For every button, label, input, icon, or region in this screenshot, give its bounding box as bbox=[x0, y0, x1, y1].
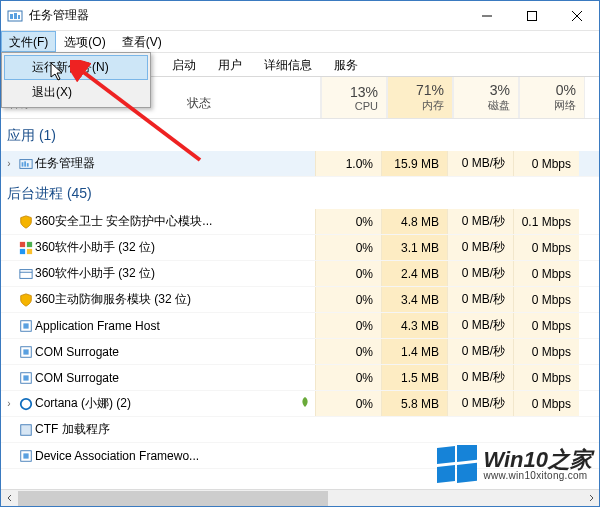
process-row[interactable]: 360主动防御服务模块 (32 位) 0% 3.4 MB 0 MB/秒 0 Mb… bbox=[1, 287, 599, 313]
shield-icon bbox=[17, 293, 35, 307]
window-title: 任务管理器 bbox=[29, 7, 464, 24]
scroll-track[interactable] bbox=[18, 490, 582, 507]
watermark-brand: Win10之家 bbox=[483, 449, 592, 471]
menu-item-run-new-task[interactable]: 运行新任务(N) bbox=[4, 55, 148, 80]
svg-rect-19 bbox=[23, 323, 28, 328]
tab-services[interactable]: 服务 bbox=[323, 53, 369, 77]
shield-icon bbox=[17, 215, 35, 229]
process-list[interactable]: 应用 (1) › 任务管理器 1.0% 15.9 MB 0 MB/秒 0 Mbp… bbox=[1, 119, 599, 489]
process-row[interactable]: › 任务管理器 1.0% 15.9 MB 0 MB/秒 0 Mbps bbox=[1, 151, 599, 177]
svg-rect-3 bbox=[18, 15, 20, 19]
header-status[interactable]: 状态 bbox=[181, 77, 321, 118]
process-row[interactable]: COM Surrogate 0% 1.5 MB 0 MB/秒 0 Mbps bbox=[1, 365, 599, 391]
svg-rect-5 bbox=[527, 11, 536, 20]
cell-cpu: 0% bbox=[315, 287, 381, 312]
cell-mem: 5.8 MB bbox=[381, 391, 447, 416]
disk-percent: 3% bbox=[456, 82, 510, 98]
svg-rect-27 bbox=[23, 453, 28, 458]
cell-cpu: 1.0% bbox=[315, 151, 381, 176]
menu-options[interactable]: 选项(O) bbox=[56, 31, 113, 52]
header-disk[interactable]: 3% 磁盘 bbox=[453, 77, 519, 118]
process-row[interactable]: 360安全卫士 安全防护中心模块... 0% 4.8 MB 0 MB/秒 0.1… bbox=[1, 209, 599, 235]
windows-logo-icon bbox=[437, 445, 477, 485]
header-network[interactable]: 0% 网络 bbox=[519, 77, 585, 118]
svg-rect-23 bbox=[23, 375, 28, 380]
header-memory[interactable]: 71% 内存 bbox=[387, 77, 453, 118]
tab-details[interactable]: 详细信息 bbox=[253, 53, 323, 77]
header-cpu[interactable]: 13% CPU bbox=[321, 77, 387, 118]
maximize-button[interactable] bbox=[509, 1, 554, 30]
cpu-label: CPU bbox=[324, 100, 378, 112]
close-button[interactable] bbox=[554, 1, 599, 30]
cell-mem: 3.1 MB bbox=[381, 235, 447, 260]
tab-users[interactable]: 用户 bbox=[207, 53, 253, 77]
generic-exe-icon bbox=[17, 423, 35, 437]
file-dropdown: 运行新任务(N) 退出(X) bbox=[1, 52, 151, 108]
process-row[interactable]: 360软件小助手 (32 位) 0% 3.1 MB 0 MB/秒 0 Mbps bbox=[1, 235, 599, 261]
watermark-url: www.win10xitong.com bbox=[483, 471, 592, 481]
cell-disk: 0 MB/秒 bbox=[447, 365, 513, 390]
svg-rect-12 bbox=[20, 241, 25, 246]
app-icon bbox=[7, 8, 23, 24]
process-name: 360主动防御服务模块 (32 位) bbox=[35, 291, 275, 308]
cell-mem: 15.9 MB bbox=[381, 151, 447, 176]
scroll-right-button[interactable] bbox=[582, 490, 599, 507]
cell-mem: 2.4 MB bbox=[381, 261, 447, 286]
horizontal-scrollbar[interactable] bbox=[1, 489, 599, 506]
svg-rect-25 bbox=[21, 424, 32, 435]
menu-view[interactable]: 查看(V) bbox=[114, 31, 170, 52]
task-manager-window: 任务管理器 文件(F) 选项(O) 查看(V) 运行新任务(N) 退出(X) 启… bbox=[0, 0, 600, 507]
process-row[interactable]: 360软件小助手 (32 位) 0% 2.4 MB 0 MB/秒 0 Mbps bbox=[1, 261, 599, 287]
expand-icon[interactable]: › bbox=[1, 398, 17, 409]
process-name: Device Association Framewo... bbox=[35, 449, 275, 463]
process-icon bbox=[17, 157, 35, 171]
tab-startup[interactable]: 启动 bbox=[161, 53, 207, 77]
scroll-thumb[interactable] bbox=[18, 491, 328, 506]
titlebar[interactable]: 任务管理器 bbox=[1, 1, 599, 31]
component-icon bbox=[17, 345, 35, 359]
cortana-icon bbox=[17, 397, 35, 411]
process-name: 360软件小助手 (32 位) bbox=[35, 265, 275, 282]
cell-cpu: 0% bbox=[315, 235, 381, 260]
process-name: COM Surrogate bbox=[35, 345, 275, 359]
group-background[interactable]: 后台进程 (45) bbox=[1, 177, 599, 209]
cell-mem: 3.4 MB bbox=[381, 287, 447, 312]
net-label: 网络 bbox=[522, 98, 576, 113]
window-icon bbox=[17, 267, 35, 281]
svg-rect-16 bbox=[20, 269, 32, 278]
group-apps[interactable]: 应用 (1) bbox=[1, 119, 599, 151]
process-name: 360软件小助手 (32 位) bbox=[35, 239, 275, 256]
expand-icon[interactable]: › bbox=[1, 158, 17, 169]
process-name: COM Surrogate bbox=[35, 371, 275, 385]
cpu-percent: 13% bbox=[324, 84, 378, 100]
process-row[interactable]: › Cortana (小娜) (2) 0% 5.8 MB 0 MB/秒 0 Mb… bbox=[1, 391, 599, 417]
svg-rect-30 bbox=[457, 445, 477, 462]
scroll-left-button[interactable] bbox=[1, 490, 18, 507]
menu-file[interactable]: 文件(F) bbox=[1, 31, 56, 52]
process-row[interactable]: CTF 加载程序 bbox=[1, 417, 599, 443]
svg-rect-31 bbox=[437, 465, 455, 483]
component-icon bbox=[17, 371, 35, 385]
process-row[interactable]: Application Frame Host 0% 4.3 MB 0 MB/秒 … bbox=[1, 313, 599, 339]
component-icon bbox=[17, 449, 35, 463]
process-row[interactable]: COM Surrogate 0% 1.4 MB 0 MB/秒 0 Mbps bbox=[1, 339, 599, 365]
svg-rect-21 bbox=[23, 349, 28, 354]
net-percent: 0% bbox=[522, 82, 576, 98]
cell-net: 0 Mbps bbox=[513, 365, 579, 390]
cell-disk: 0 MB/秒 bbox=[447, 209, 513, 234]
cell-mem: 1.5 MB bbox=[381, 365, 447, 390]
svg-rect-13 bbox=[27, 241, 32, 246]
cell-net: 0 Mbps bbox=[513, 151, 579, 176]
svg-rect-15 bbox=[27, 248, 32, 253]
cell-cpu: 0% bbox=[315, 209, 381, 234]
component-icon bbox=[17, 319, 35, 333]
svg-rect-10 bbox=[24, 161, 26, 166]
svg-rect-14 bbox=[20, 248, 25, 253]
cell-net: 0 Mbps bbox=[513, 339, 579, 364]
process-name: Application Frame Host bbox=[35, 319, 275, 333]
svg-rect-9 bbox=[22, 162, 24, 166]
menu-item-exit[interactable]: 退出(X) bbox=[4, 80, 148, 105]
cell-net: 0.1 Mbps bbox=[513, 209, 579, 234]
cell-mem: 1.4 MB bbox=[381, 339, 447, 364]
minimize-button[interactable] bbox=[464, 1, 509, 30]
